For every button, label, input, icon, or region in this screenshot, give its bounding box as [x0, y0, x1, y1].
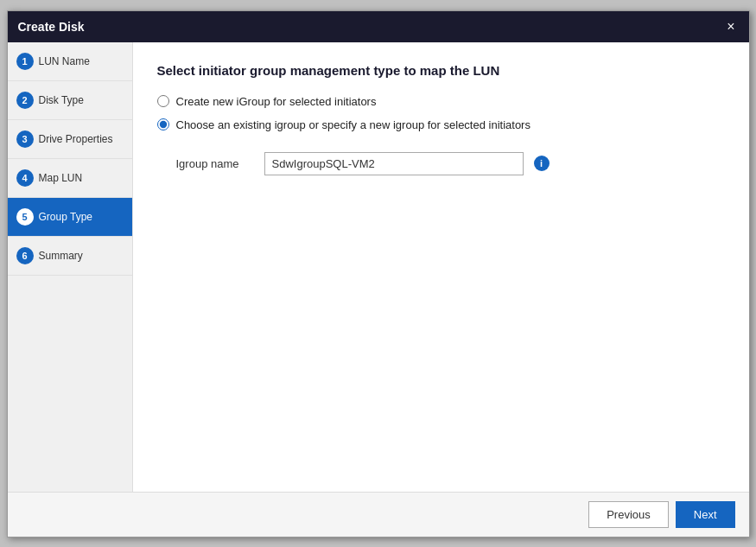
step-num-4: 4 — [16, 169, 34, 187]
radio-option-existing[interactable]: Choose an existing igroup or specify a n… — [157, 118, 725, 131]
info-icon[interactable]: i — [534, 156, 550, 171]
sidebar-item-summary[interactable]: 6 Summary — [8, 237, 132, 276]
next-button[interactable]: Next — [676, 501, 735, 528]
sidebar-item-group-type[interactable]: 5 Group Type — [8, 198, 132, 237]
step-num-6: 6 — [16, 247, 34, 264]
main-title: Select initiator group management type t… — [157, 63, 725, 78]
sidebar: 1 LUN Name 2 Disk Type 3 Drive Propertie… — [8, 42, 133, 492]
step-label-3: Drive Properties — [39, 133, 113, 145]
radio-create-label: Create new iGroup for selected initiator… — [176, 95, 377, 108]
create-disk-dialog: Create Disk × 1 LUN Name 2 Disk Type 3 D… — [7, 10, 750, 537]
sidebar-item-drive-properties[interactable]: 3 Drive Properties — [8, 120, 132, 159]
step-label-4: Map LUN — [39, 172, 83, 184]
step-label-5: Group Type — [39, 211, 92, 223]
igroup-label: Igroup name — [176, 157, 254, 170]
step-label-2: Disk Type — [39, 94, 84, 106]
close-button[interactable]: × — [723, 18, 738, 35]
sidebar-item-map-lun[interactable]: 4 Map LUN — [8, 159, 132, 198]
main-content: Select initiator group management type t… — [133, 42, 749, 492]
dialog-titlebar: Create Disk × — [8, 11, 749, 42]
radio-existing-label: Choose an existing igroup or specify a n… — [176, 118, 530, 131]
step-num-2: 2 — [16, 92, 34, 109]
dialog-title: Create Disk — [18, 20, 85, 34]
step-num-1: 1 — [16, 53, 34, 70]
radio-create-input[interactable] — [157, 95, 169, 107]
radio-option-create[interactable]: Create new iGroup for selected initiator… — [157, 95, 725, 108]
step-label-1: LUN Name — [39, 55, 90, 67]
step-num-5: 5 — [16, 208, 34, 226]
radio-group: Create new iGroup for selected initiator… — [157, 95, 725, 131]
previous-button[interactable]: Previous — [588, 501, 669, 528]
igroup-name-input[interactable] — [264, 152, 524, 175]
radio-existing-input[interactable] — [157, 118, 169, 130]
step-label-6: Summary — [39, 250, 83, 262]
step-num-3: 3 — [16, 130, 34, 148]
sidebar-item-lun-name[interactable]: 1 LUN Name — [8, 42, 132, 81]
dialog-footer: Previous Next — [8, 492, 749, 537]
sidebar-item-disk-type[interactable]: 2 Disk Type — [8, 81, 132, 120]
dialog-body: 1 LUN Name 2 Disk Type 3 Drive Propertie… — [8, 42, 749, 492]
igroup-row: Igroup name i — [176, 152, 725, 175]
